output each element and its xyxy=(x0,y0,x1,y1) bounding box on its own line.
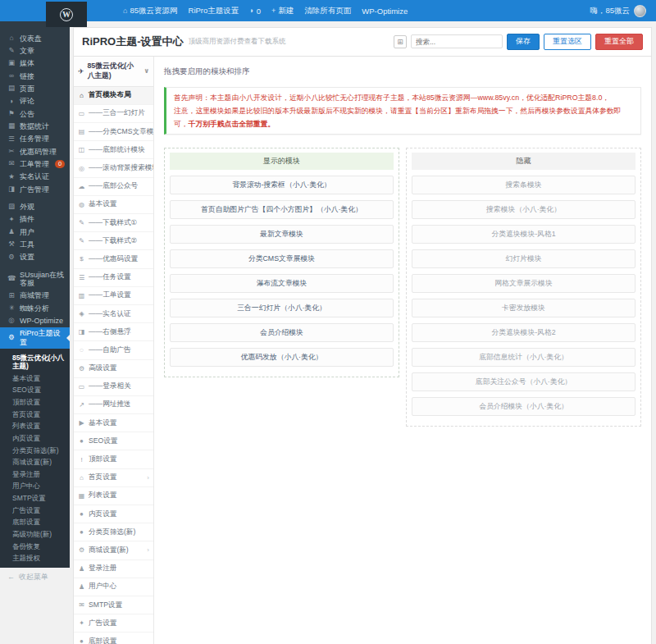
settings-nav-item[interactable]: ◌ ——自助广告 xyxy=(74,341,153,359)
module-item[interactable]: 三合一幻灯片（小八·美化） xyxy=(170,299,394,317)
sidebar-item[interactable]: ☰ 任务管理 xyxy=(0,133,70,145)
reset-all-button[interactable]: 重置全部 xyxy=(595,34,643,50)
sidebar-submenu-item[interactable]: 登录注册 xyxy=(0,468,70,481)
sidebar-item[interactable]: ⚒ 工具 xyxy=(0,239,70,251)
sidebar-submenu-item[interactable]: 85微云优化(小八主题) xyxy=(0,352,70,372)
settings-nav-item[interactable]: ▦ 列表设置 xyxy=(74,487,153,505)
settings-nav-item[interactable]: ◫ ——底部统计模块 xyxy=(74,141,153,159)
settings-nav-item[interactable]: ▤ ——分类CMS文章模块 xyxy=(74,123,153,141)
sidebar-item[interactable]: ◨ 广告管理 xyxy=(0,183,70,195)
module-item[interactable]: 网格文章展示模块 xyxy=(412,274,636,293)
settings-nav-item[interactable]: $ ——优惠码设置 xyxy=(74,250,153,268)
module-item[interactable]: 最新文章模块 xyxy=(170,225,394,244)
module-item[interactable]: 搜索条模块 xyxy=(412,176,636,194)
module-item[interactable]: 搜索模块（小八·美化） xyxy=(412,200,636,219)
sidebar-item[interactable]: ✉ 工单管理 0 xyxy=(0,158,70,170)
settings-nav-item[interactable]: ● 内页设置 xyxy=(74,505,153,523)
wp-logo-box[interactable]: W xyxy=(46,2,87,27)
settings-nav-item[interactable]: ⌂ 首页模块布局 xyxy=(74,87,153,105)
settings-nav-item[interactable]: ◨ ——右侧悬浮 xyxy=(74,323,153,341)
module-item[interactable]: 优惠码发放（小八·美化） xyxy=(170,348,394,367)
sidebar-item[interactable]: ⌂ 仪表盘 xyxy=(0,32,70,44)
settings-nav-item[interactable]: ◍ 基本设置 xyxy=(74,196,153,214)
settings-nav-item[interactable]: ☁ ——底部公众号 xyxy=(74,178,153,196)
sidebar-item[interactable]: ▦ 数据统计 xyxy=(0,120,70,132)
sidebar-submenu-item[interactable]: 底部设置 xyxy=(0,516,70,528)
settings-nav-header[interactable]: ✈ 85微云优化(小八主题) ∨ xyxy=(74,57,153,87)
sidebar-item[interactable]: ✂ 优惠码管理 xyxy=(0,145,70,158)
sidebar-submenu-item[interactable]: 首页设置 xyxy=(0,409,70,421)
settings-nav-item[interactable]: ✎ ——下载样式① xyxy=(74,214,153,232)
settings-nav-item[interactable]: ✦ 广告设置 xyxy=(74,614,153,633)
module-item[interactable]: 底部信息统计（小八·美化） xyxy=(412,348,636,367)
module-item[interactable]: 会员介绍模块 xyxy=(170,323,394,342)
settings-nav-item[interactable]: ✉ SMTP设置 xyxy=(74,596,153,614)
settings-nav-item[interactable]: ● SEO设置 xyxy=(74,432,153,450)
sidebar-item[interactable]: ⊞ 商城管理 xyxy=(0,290,70,302)
module-item[interactable]: 底部关注公众号（小八·美化） xyxy=(412,372,636,391)
sidebar-item[interactable]: ♟ 用户 xyxy=(0,226,70,238)
sidebar-submenu-item[interactable]: 基本设置 xyxy=(0,372,70,385)
sidebar-item-ripro-settings[interactable]: ⚙ RiPro主题设置 xyxy=(0,327,70,349)
sidebar-item[interactable]: ★ 实名认证 xyxy=(0,171,70,183)
sidebar-item[interactable]: ⚑ 公告 xyxy=(0,107,70,120)
settings-nav-item[interactable]: ! 顶部设置 xyxy=(74,450,153,468)
sidebar-item[interactable]: ⚙ 设置 xyxy=(0,251,70,263)
reset-section-button[interactable]: 重置选区 xyxy=(544,34,591,50)
sidebar-item[interactable]: ◗ 评论 xyxy=(0,95,70,107)
sidebar-item[interactable]: ▣ 媒体 xyxy=(0,57,70,70)
settings-nav-item[interactable]: ⚙ 商城设置(新) › xyxy=(74,541,153,560)
settings-nav-item[interactable]: ♟ 登录注册 xyxy=(74,560,153,578)
settings-nav-item[interactable]: ✎ ——下载样式② xyxy=(74,232,153,250)
settings-nav-item[interactable]: ⚙ 高级设置 xyxy=(74,360,153,378)
admin-bar-account[interactable]: 嗨，85微云 xyxy=(590,5,646,17)
expand-all-button[interactable]: ⊞ xyxy=(394,35,407,48)
sidebar-item[interactable]: ✦ 插件 xyxy=(0,213,70,226)
settings-nav-item[interactable]: ● 底部设置 xyxy=(74,633,153,644)
sidebar-item[interactable]: ✎ 文章 xyxy=(0,44,70,57)
module-item[interactable]: 卡密发放模块 xyxy=(412,299,636,317)
sidebar-submenu-item[interactable]: 分类页筛选(新) xyxy=(0,445,70,457)
sidebar-item[interactable]: ✳ 蜘蛛分析 xyxy=(0,302,70,314)
settings-nav-item[interactable]: ☰ ——任务设置 xyxy=(74,269,153,287)
module-item[interactable]: 瀑布流文章模块 xyxy=(170,274,394,293)
sidebar-submenu-item[interactable]: 商城设置(新) xyxy=(0,456,70,468)
sidebar-submenu-item[interactable]: 顶部设置 xyxy=(0,396,70,409)
sidebar-submenu-item[interactable]: 主题授权 xyxy=(0,552,70,564)
admin-bar-comments[interactable]: ◗ 0 xyxy=(249,7,261,16)
sidebar-submenu-item[interactable]: SMTP设置 xyxy=(0,492,70,505)
settings-nav-item[interactable]: ◈ ——实名认证 xyxy=(74,305,153,323)
sidebar-submenu-item[interactable]: 内页设置 xyxy=(0,432,70,445)
sidebar-item[interactable]: ◎ WP-Optimize xyxy=(0,315,70,327)
module-item[interactable]: 分类CMS文章展模块 xyxy=(170,249,394,268)
settings-nav-item[interactable]: ● 分类页筛选(新) xyxy=(74,523,153,541)
admin-bar-wp-optimize-link[interactable]: WP-Optimize xyxy=(362,7,408,16)
module-item[interactable]: 首页自助图片广告【四个小方图片】（小八·美化） xyxy=(170,200,394,219)
sidebar-submenu-item[interactable]: 用户中心 xyxy=(0,480,70,492)
admin-bar-theme-settings-link[interactable]: RiPro主题设置 xyxy=(189,6,239,16)
module-item[interactable]: 幻灯片模块 xyxy=(412,249,636,268)
sidebar-submenu-item[interactable]: 备份恢复 xyxy=(0,541,70,553)
settings-nav-item[interactable]: ▶ 基本设置 xyxy=(74,414,153,432)
settings-nav-item[interactable]: ▥ ——工单设置 xyxy=(74,287,153,305)
module-item[interactable]: 分类遮块模块-风格1 xyxy=(412,225,636,244)
settings-nav-item[interactable]: ↗ ——网址推送 xyxy=(74,396,153,414)
admin-bar-new-button[interactable]: + 新建 xyxy=(271,6,294,16)
collapse-menu-button[interactable]: ← 收起菜单 xyxy=(0,568,70,587)
module-item[interactable]: 会员介绍模块（小八·美化） xyxy=(412,397,636,416)
search-input[interactable] xyxy=(411,34,503,48)
sidebar-submenu-item[interactable]: 列表设置 xyxy=(0,420,70,432)
sidebar-item[interactable]: ▨ 外观 xyxy=(0,200,70,212)
module-item[interactable]: 背景滚动-搜索框（小八·美化） xyxy=(170,176,394,194)
sidebar-submenu-item[interactable]: 广告设置 xyxy=(0,505,70,517)
admin-bar-clear-pages-button[interactable]: 清除所有页面 xyxy=(304,6,351,16)
sidebar-item[interactable]: ▤ 页面 xyxy=(0,82,70,94)
settings-nav-item[interactable]: ♟ 用户中心 xyxy=(74,578,153,596)
settings-nav-item[interactable]: ◎ ——滚动背景搜索模块 xyxy=(74,159,153,177)
sidebar-submenu-item[interactable]: 高级功能(新) xyxy=(0,528,70,541)
sidebar-item[interactable]: ☎ SUsujian在线客服 xyxy=(0,268,70,290)
module-item[interactable]: 分类遮块模块-风格2 xyxy=(412,323,636,342)
save-button[interactable]: 保存 xyxy=(507,34,540,50)
sidebar-submenu-item[interactable]: SEO设置 xyxy=(0,384,70,396)
sidebar-item[interactable]: ∞ 链接 xyxy=(0,70,70,82)
